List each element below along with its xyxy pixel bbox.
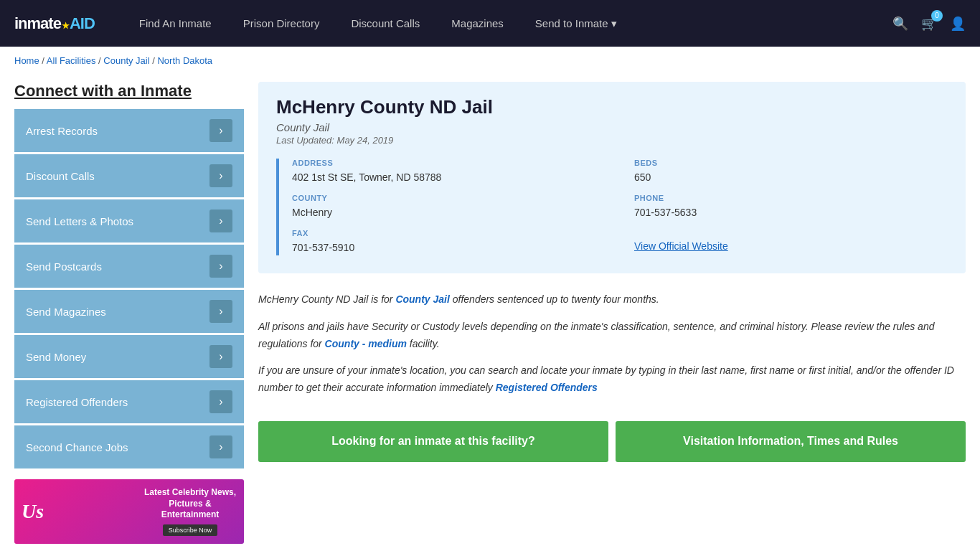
sidebar: Connect with an Inmate Arrest Records › … xyxy=(14,82,244,544)
logo[interactable]: inmate★AID xyxy=(14,14,95,33)
sidebar-menu: Arrest Records › Discount Calls › Send L… xyxy=(14,109,244,468)
desc-para1-post: offenders sentenced up to twenty four mo… xyxy=(450,293,659,305)
detail-fax: FAX 701-537-5910 xyxy=(292,229,606,255)
detail-website: View Official Website xyxy=(634,229,948,255)
desc-county-jail-link[interactable]: County Jail xyxy=(395,293,449,305)
breadcrumb-county-jail[interactable]: County Jail xyxy=(103,55,149,66)
sidebar-item-label: Second Chance Jobs xyxy=(26,441,128,453)
search-icon[interactable]: 🔍 xyxy=(892,16,908,32)
nav-links: Find An Inmate Prison Directory Discount… xyxy=(123,0,892,47)
breadcrumb-home[interactable]: Home xyxy=(14,55,39,66)
desc-para2-post: facility. xyxy=(407,338,440,349)
sidebar-arrow-icon: › xyxy=(209,255,232,278)
sidebar-item-send-letters[interactable]: Send Letters & Photos › xyxy=(14,199,244,242)
sidebar-item-send-postcards[interactable]: Send Postcards › xyxy=(14,245,244,288)
description-para2: All prisons and jails have Security or C… xyxy=(258,319,966,353)
address-label: ADDRESS xyxy=(292,159,606,167)
logo-text: inmate★AID xyxy=(14,14,95,33)
sidebar-item-label: Arrest Records xyxy=(26,125,98,137)
view-official-website-link[interactable]: View Official Website xyxy=(634,240,728,252)
fax-value: 701-537-5910 xyxy=(292,240,606,255)
nav-discount-calls[interactable]: Discount Calls xyxy=(335,0,435,47)
beds-value: 650 xyxy=(634,170,948,185)
phone-value: 701-537-5633 xyxy=(634,205,948,220)
logo-star: ★ xyxy=(62,21,69,31)
sidebar-item-discount-calls[interactable]: Discount Calls › xyxy=(14,154,244,197)
detail-address: ADDRESS 402 1st St SE, Towner, ND 58788 xyxy=(292,159,606,185)
sidebar-item-label: Registered Offenders xyxy=(26,396,128,408)
sidebar-item-label: Discount Calls xyxy=(26,170,95,182)
ad-title: Latest Celebrity News, Pictures & Entert… xyxy=(143,487,237,521)
facility-name: McHenry County ND Jail xyxy=(276,96,948,118)
desc-county-medium-link[interactable]: County - medium xyxy=(325,338,407,349)
sidebar-arrow-icon: › xyxy=(209,435,232,458)
desc-para3-text: If you are unsure of your inmate's locat… xyxy=(258,364,954,393)
logo-inmate: inmate xyxy=(14,14,61,32)
sidebar-item-send-money[interactable]: Send Money › xyxy=(14,335,244,378)
cart-icon-wrapper[interactable]: 🛒 0 xyxy=(921,16,937,32)
cart-badge: 0 xyxy=(931,10,943,22)
logo-aid: AID xyxy=(70,14,95,32)
nav-find-inmate[interactable]: Find An Inmate xyxy=(123,0,227,47)
fax-label: FAX xyxy=(292,229,606,237)
website-spacer xyxy=(634,229,948,237)
sidebar-arrow-icon: › xyxy=(209,119,232,142)
ad-banner[interactable]: Us Latest Celebrity News, Pictures & Ent… xyxy=(14,479,244,544)
facility-card: McHenry County ND Jail County Jail Last … xyxy=(258,82,966,273)
ad-subscribe-button[interactable]: Subscribe Now xyxy=(163,524,218,536)
user-icon[interactable]: 👤 xyxy=(950,16,966,32)
detail-beds: BEDS 650 xyxy=(634,159,948,185)
county-label: COUNTY xyxy=(292,194,606,202)
detail-phone: PHONE 701-537-5633 xyxy=(634,194,948,220)
desc-para1-pre: McHenry County ND Jail is for xyxy=(258,293,395,305)
visitation-info-button[interactable]: Visitation Information, Times and Rules xyxy=(616,421,966,462)
facility-type: County Jail xyxy=(276,121,948,133)
facility-details: ADDRESS 402 1st St SE, Towner, ND 58788 … xyxy=(276,159,948,255)
breadcrumb-state[interactable]: North Dakota xyxy=(157,55,212,66)
county-value: McHenry xyxy=(292,205,606,220)
sidebar-item-label: Send Magazines xyxy=(26,306,106,318)
breadcrumb: Home / All Facilities / County Jail / No… xyxy=(0,47,980,75)
nav-prison-directory[interactable]: Prison Directory xyxy=(227,0,336,47)
sidebar-arrow-icon: › xyxy=(209,164,232,187)
ad-content: Latest Celebrity News, Pictures & Entert… xyxy=(143,487,237,536)
sidebar-arrow-icon: › xyxy=(209,390,232,413)
main-container: Connect with an Inmate Arrest Records › … xyxy=(0,75,980,551)
sidebar-title: Connect with an Inmate xyxy=(14,82,244,100)
ad-logo: Us xyxy=(22,500,44,523)
navbar: inmate★AID Find An Inmate Prison Directo… xyxy=(0,0,980,47)
description-area: McHenry County ND Jail is for County Jai… xyxy=(258,288,966,410)
nav-send-to-inmate[interactable]: Send to Inmate ▾ xyxy=(519,0,633,47)
sidebar-item-label: Send Postcards xyxy=(26,260,102,273)
sidebar-arrow-icon: › xyxy=(209,300,232,323)
content-area: McHenry County ND Jail County Jail Last … xyxy=(258,82,966,544)
address-value: 402 1st St SE, Towner, ND 58788 xyxy=(292,170,606,185)
sidebar-item-send-magazines[interactable]: Send Magazines › xyxy=(14,290,244,333)
sidebar-item-label: Send Letters & Photos xyxy=(26,215,133,227)
phone-label: PHONE xyxy=(634,194,948,202)
breadcrumb-all-facilities[interactable]: All Facilities xyxy=(47,55,96,66)
desc-registered-offenders-link[interactable]: Registered Offenders xyxy=(496,382,598,393)
beds-label: BEDS xyxy=(634,159,948,167)
description-para1: McHenry County ND Jail is for County Jai… xyxy=(258,291,966,309)
facility-last-updated: Last Updated: May 24, 2019 xyxy=(276,135,948,146)
sidebar-item-label: Send Money xyxy=(26,351,86,363)
bottom-buttons: Looking for an inmate at this facility? … xyxy=(258,421,966,462)
sidebar-arrow-icon: › xyxy=(209,209,232,232)
details-grid: ADDRESS 402 1st St SE, Towner, ND 58788 … xyxy=(292,159,948,255)
sidebar-arrow-icon: › xyxy=(209,345,232,368)
sidebar-item-second-chance-jobs[interactable]: Second Chance Jobs › xyxy=(14,425,244,468)
nav-icons: 🔍 🛒 0 👤 xyxy=(892,16,966,32)
looking-for-inmate-button[interactable]: Looking for an inmate at this facility? xyxy=(258,421,608,462)
sidebar-item-registered-offenders[interactable]: Registered Offenders › xyxy=(14,380,244,423)
detail-county: COUNTY McHenry xyxy=(292,194,606,220)
nav-magazines[interactable]: Magazines xyxy=(435,0,519,47)
description-para3: If you are unsure of your inmate's locat… xyxy=(258,362,966,397)
sidebar-item-arrest-records[interactable]: Arrest Records › xyxy=(14,109,244,152)
